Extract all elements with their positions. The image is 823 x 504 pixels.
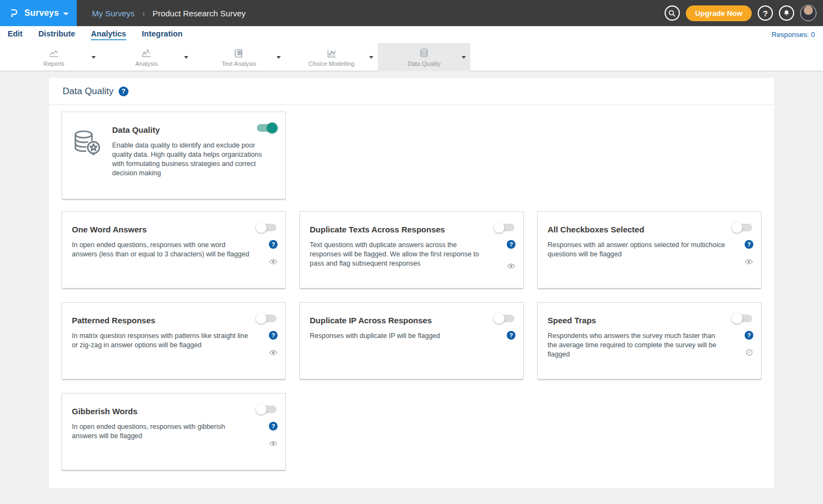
card-title: One Word Answers	[72, 225, 275, 234]
data-quality-panel: Data Quality	[49, 78, 774, 488]
card-duplicate-texts: Duplicate Texts Across Responses Text qu…	[299, 211, 524, 288]
toggle-one-word-answers[interactable]	[257, 224, 277, 231]
card-duplicate-ip: Duplicate IP Across Responses Responses …	[299, 302, 524, 379]
tab-integration[interactable]: Integration	[142, 29, 183, 40]
surveys-product-switcher[interactable]: Surveys	[0, 0, 77, 26]
toggle-knob	[256, 404, 267, 415]
toolbar-item-label: Text Analysis	[222, 60, 256, 67]
card-title: Duplicate IP Across Responses	[310, 316, 513, 325]
toggle-duplicate-ip[interactable]	[495, 315, 514, 322]
card-description: Text questions with duplicate answers ac…	[310, 241, 513, 268]
card-description: Responses with all answer options select…	[548, 241, 751, 259]
card-title: Gibberish Words	[72, 407, 275, 416]
card-title: Patterned Responses	[72, 316, 275, 325]
card-title: Duplicate Texts Across Responses	[310, 225, 513, 234]
toolbar-item-label: Choice Modelling	[309, 60, 354, 67]
survey-nav-tabs: Edit Distribute Analytics Integration	[8, 29, 182, 40]
toggle-gibberish-words[interactable]	[257, 405, 277, 413]
toggle-knob	[494, 222, 505, 233]
master-card-description: Enable data quality to identify and excl…	[112, 141, 271, 178]
master-card-title: Data Quality	[112, 125, 275, 134]
scatter-plot-icon	[325, 47, 338, 59]
breadcrumb-my-surveys[interactable]: My Surveys	[92, 9, 134, 18]
topbar: Surveys My Surveys › Product Research Su…	[0, 0, 823, 26]
preview-eye-icon[interactable]	[507, 262, 515, 271]
choice-modelling-dropdown-caret[interactable]	[369, 56, 373, 59]
card-description: Respondents who answers the survey much …	[548, 331, 751, 359]
preview-eye-icon[interactable]	[269, 257, 278, 266]
toolbar-item-data-quality[interactable]: Data Quality	[378, 43, 470, 71]
toggle-knob	[256, 222, 267, 233]
toggle-data-quality[interactable]	[257, 124, 277, 132]
questionpro-logo-icon	[8, 7, 20, 19]
toolbar-item-analysis[interactable]: Analysis	[100, 43, 193, 71]
line-chart-icon	[47, 47, 60, 59]
data-quality-master-card: Data Quality Enable data quality to iden…	[62, 112, 286, 199]
card-description: In open ended questions, responses with …	[72, 422, 275, 441]
newspaper-icon	[232, 47, 245, 59]
analysis-dropdown-caret[interactable]	[184, 56, 188, 59]
card-title: Speed Traps	[548, 316, 751, 325]
preview-eye-icon[interactable]	[269, 439, 278, 448]
breadcrumb-current-survey: Product Research Survey	[152, 9, 245, 18]
topbar-actions: Upgrade Now ?	[665, 0, 816, 26]
text-analysis-dropdown-caret[interactable]	[277, 56, 281, 59]
tab-distribute[interactable]: Distribute	[38, 29, 75, 40]
timer-icon[interactable]	[745, 348, 753, 357]
upgrade-now-button[interactable]: Upgrade Now	[686, 5, 752, 21]
notifications-bell-icon[interactable]	[779, 5, 794, 21]
help-icon[interactable]	[269, 422, 278, 431]
toggle-all-checkboxes[interactable]	[733, 224, 752, 231]
toolbar-item-label: Analysis	[136, 60, 158, 67]
user-avatar[interactable]	[800, 5, 816, 21]
toggle-knob	[732, 222, 742, 233]
breadcrumb-separator-icon: ›	[142, 9, 145, 18]
brand-label: Surveys	[24, 8, 59, 18]
toggle-patterned-responses[interactable]	[257, 315, 277, 322]
chevron-down-icon	[63, 13, 69, 15]
card-one-word-answers: One Word Answers In open ended questions…	[62, 211, 286, 288]
preview-eye-icon[interactable]	[269, 348, 278, 357]
toolbar-item-label: Data Quality	[408, 60, 441, 67]
trend-chart-icon	[140, 47, 153, 59]
help-icon[interactable]	[269, 331, 278, 340]
toolbar-item-choice-modelling[interactable]: Choice Modelling	[285, 43, 378, 71]
card-description: In matrix question responses with patter…	[72, 331, 275, 350]
help-circle-icon[interactable]: ?	[758, 5, 773, 21]
analytics-toolbar: Reports Analysis Text Ana	[0, 43, 823, 71]
preview-eye-icon[interactable]	[745, 257, 753, 266]
database-award-icon	[71, 127, 102, 161]
help-icon[interactable]	[745, 240, 753, 249]
card-title: All Checkboxes Selected	[548, 225, 751, 234]
help-icon[interactable]	[269, 240, 278, 249]
tab-edit[interactable]: Edit	[8, 29, 22, 40]
reports-dropdown-caret[interactable]	[91, 56, 96, 59]
database-icon	[417, 47, 431, 59]
toggle-knob	[256, 313, 267, 324]
toolbar-item-text-analysis[interactable]: Text Analysis	[193, 43, 285, 71]
responses-count: Responses: 0	[772, 30, 815, 39]
toggle-speed-traps[interactable]	[733, 315, 752, 322]
help-icon[interactable]	[745, 331, 753, 340]
card-description: Responses with duplicate IP will be flag…	[310, 331, 513, 341]
page-help-icon[interactable]	[119, 87, 128, 96]
card-all-checkboxes: All Checkboxes Selected Responses with a…	[537, 211, 761, 288]
page-title: Data Quality	[63, 86, 114, 97]
toggle-knob	[267, 122, 278, 133]
help-icon[interactable]	[507, 331, 515, 340]
search-icon[interactable]	[665, 5, 680, 21]
toggle-knob	[732, 313, 742, 324]
feature-cards-grid: One Word Answers In open ended questions…	[62, 211, 761, 470]
cards-area: Data Quality Enable data quality to iden…	[49, 105, 774, 488]
data-quality-dropdown-caret[interactable]	[462, 56, 466, 59]
survey-nav-row: Edit Distribute Analytics Integration Re…	[0, 26, 823, 43]
breadcrumb: My Surveys › Product Research Survey	[92, 9, 245, 18]
toggle-duplicate-texts[interactable]	[495, 224, 514, 231]
tab-analytics[interactable]: Analytics	[91, 29, 126, 40]
help-icon[interactable]	[507, 240, 515, 249]
toolbar-item-reports[interactable]: Reports	[8, 43, 100, 71]
panel-header: Data Quality	[49, 78, 774, 105]
page-content: Data Quality	[0, 71, 823, 504]
card-gibberish-words: Gibberish Words In open ended questions,…	[62, 393, 286, 470]
card-speed-traps: Speed Traps Respondents who answers the …	[537, 302, 761, 379]
